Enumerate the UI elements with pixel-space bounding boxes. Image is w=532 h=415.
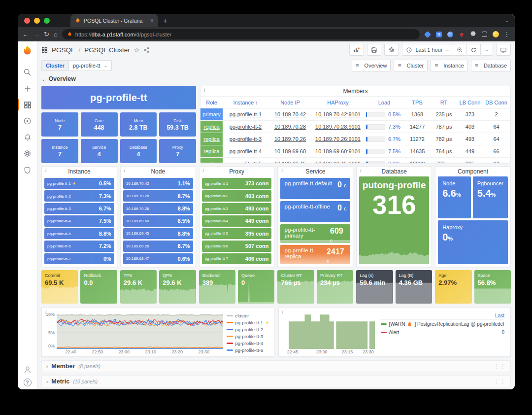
- service-tile[interactable]: pg-profile-tt-default 0 c: [280, 178, 350, 199]
- column-header[interactable]: TPS: [404, 97, 430, 108]
- service-tile[interactable]: pg-profile-tt-primary 609 c: [280, 224, 350, 243]
- gem-icon[interactable]: [424, 31, 431, 38]
- cluster-stat-tile[interactable]: Core 448: [81, 112, 118, 137]
- dashboard-settings-button[interactable]: [384, 44, 399, 56]
- database-stat[interactable]: putong-profile 316: [359, 176, 429, 264]
- close-window-button[interactable]: [24, 18, 30, 24]
- role-badge[interactable]: replica: [200, 121, 223, 133]
- favorite-star-icon[interactable]: ☆: [134, 46, 140, 54]
- proxy-row[interactable]: pg-profile-tt-2403 conn: [202, 190, 272, 201]
- legend-item[interactable]: pg-profile-tt-1 ★: [227, 319, 271, 326]
- haproxy-link[interactable]: 10.189.70.26:9101: [312, 133, 364, 145]
- role-badge[interactable]: replica: [200, 133, 223, 145]
- cluster-stat-tile[interactable]: Disk 59.3 TB: [159, 112, 196, 137]
- instance-row[interactable]: pg-profile-tt-58.8%: [44, 228, 114, 239]
- component-tile[interactable]: Pgbouncer 5.4%: [473, 176, 508, 218]
- node-row[interactable]: 10.189.70.268.8%: [123, 203, 193, 214]
- quick-nav-button[interactable]: Database: [471, 60, 511, 71]
- haproxy-link[interactable]: 10.189.70.42:9101: [312, 108, 364, 121]
- panel-info-icon[interactable]: i: [281, 168, 282, 173]
- legend-item[interactable]: cluster: [227, 312, 271, 319]
- haproxy-link[interactable]: 10.189.69.45:9101: [312, 158, 364, 163]
- node-row[interactable]: 10.189.70.288.7%: [123, 190, 193, 201]
- instance-link[interactable]: pg-profile-tt-4: [223, 145, 268, 158]
- panel-info-icon[interactable]: i: [124, 168, 125, 173]
- service-tile[interactable]: pg-profile-tt-offline 0 c: [280, 201, 350, 222]
- legend-item[interactable]: pg-profile-tt-3: [227, 333, 271, 340]
- refresh-interval-button[interactable]: ⌄: [480, 44, 493, 56]
- cluster-stat-tile[interactable]: Node 7: [41, 112, 78, 137]
- proxy-row[interactable]: pg-profile-tt-6507 conn: [202, 241, 272, 251]
- alert-timeline-plot[interactable]: [284, 312, 375, 349]
- component-tile[interactable]: Haproxy 0%: [438, 220, 508, 264]
- panel-info-icon[interactable]: i: [360, 168, 361, 173]
- reload-icon[interactable]: ↻: [44, 31, 49, 37]
- sidebar-item-explore[interactable]: [18, 113, 37, 129]
- service-tile[interactable]: pg-profile-tt-replica 2417 c: [280, 245, 350, 264]
- profile-avatar-icon[interactable]: [492, 31, 499, 38]
- time-range-picker[interactable]: Last 1 hour ⌄: [402, 44, 453, 56]
- sidebar-item-alerting[interactable]: [18, 129, 37, 145]
- proxy-row[interactable]: pg-profile-tt-3493 conn: [202, 203, 272, 214]
- legend-header[interactable]: Last: [381, 312, 505, 319]
- globe-icon[interactable]: [447, 31, 454, 38]
- instance-link[interactable]: pg-profile-tt-2: [223, 121, 268, 133]
- haproxy-link[interactable]: 10.189.69.60:9101: [312, 145, 364, 158]
- panel-info-icon[interactable]: i: [282, 310, 283, 314]
- column-header[interactable]: DB Conn: [482, 97, 510, 108]
- legend-item[interactable]: pg-profile-tt-4: [227, 340, 271, 346]
- cluster-stat-tile[interactable]: Proxy 7: [159, 139, 196, 163]
- instance-row[interactable]: pg-profile-tt-1★0.5%: [44, 178, 114, 189]
- panel-info-icon[interactable]: i: [202, 168, 204, 173]
- back-icon[interactable]: ←: [22, 31, 29, 37]
- refresh-button[interactable]: [466, 44, 481, 56]
- save-dashboard-button[interactable]: [367, 44, 381, 56]
- sidebar-item-server-admin[interactable]: [18, 162, 37, 178]
- instance-row[interactable]: pg-profile-tt-67.2%: [44, 241, 114, 251]
- proxy-row[interactable]: pg-profile-tt-7406 conn: [202, 253, 272, 264]
- proxy-row[interactable]: pg-profile-tt-4449 conn: [202, 215, 272, 226]
- haproxy-link[interactable]: 10.189.70.28:9101: [312, 121, 364, 133]
- cycle-view-mode-button[interactable]: [496, 44, 511, 56]
- share-icon[interactable]: [143, 47, 150, 53]
- node-row[interactable]: 10.189.69.608.5%: [123, 215, 193, 226]
- reading-list-icon[interactable]: [481, 31, 488, 38]
- cluster-stat-tile[interactable]: Database 4: [120, 139, 157, 163]
- home-icon[interactable]: ⌂: [54, 31, 58, 37]
- instance-row[interactable]: pg-profile-tt-27.3%: [44, 190, 114, 201]
- component-tile[interactable]: Node 6.6%: [438, 176, 471, 218]
- red-e-icon[interactable]: e: [458, 31, 465, 38]
- role-badge[interactable]: replica: [200, 158, 223, 163]
- node-row[interactable]: 10.189.70.421.1%: [123, 178, 193, 189]
- instance-link[interactable]: pg-profile-tt-3: [223, 133, 268, 145]
- overview-section-header[interactable]: ⌄ Overview: [41, 74, 511, 84]
- timeseries-plot[interactable]: [57, 312, 223, 349]
- new-tab-button[interactable]: +: [163, 16, 167, 25]
- column-header[interactable]: HAProxy: [312, 97, 364, 108]
- role-badge[interactable]: replica: [200, 145, 223, 157]
- zoom-window-button[interactable]: [44, 18, 50, 24]
- cluster-name-banner[interactable]: pg-profile-tt: [41, 86, 196, 109]
- sidebar-item-dashboards[interactable]: [18, 97, 37, 113]
- instance-row[interactable]: pg-profile-tt-70%: [44, 253, 114, 264]
- proxy-row[interactable]: pg-profile-tt-5395 conn: [202, 228, 272, 239]
- legend-item[interactable]: pg-profile-tt-5: [227, 346, 271, 353]
- node-ip-link[interactable]: 10.189.69.60: [268, 145, 312, 158]
- drag-grip-icon[interactable]: ⋮⋮: [494, 363, 506, 370]
- menu-dots-icon[interactable]: ⋮: [503, 31, 510, 38]
- cluster-stat-tile[interactable]: Instance 7: [41, 139, 78, 163]
- node-ip-link[interactable]: 10.189.70.28: [268, 121, 312, 133]
- cluster-stat-tile[interactable]: Mem 2.8 TB: [120, 112, 157, 137]
- alert-legend-row[interactable]: [WARN] PostgresReplicationLag @ pg-profi…: [381, 319, 505, 328]
- sidebar-item-create[interactable]: [18, 80, 37, 97]
- node-ip-link[interactable]: 10.189.70.42: [268, 108, 312, 121]
- node-row[interactable]: 10.189.69.458.8%: [123, 228, 193, 239]
- node-ip-link[interactable]: 10.189.70.26: [268, 133, 312, 145]
- instance-row[interactable]: pg-profile-tt-36.7%: [44, 203, 114, 214]
- sidebar-item-profile[interactable]: [23, 365, 32, 374]
- quick-nav-button[interactable]: Overview: [352, 60, 391, 71]
- instance-link[interactable]: pg-profile-tt-5: [223, 158, 268, 163]
- role-badge[interactable]: primary: [200, 108, 223, 120]
- column-header[interactable]: RT: [430, 97, 458, 108]
- grafana-logo[interactable]: [21, 45, 33, 57]
